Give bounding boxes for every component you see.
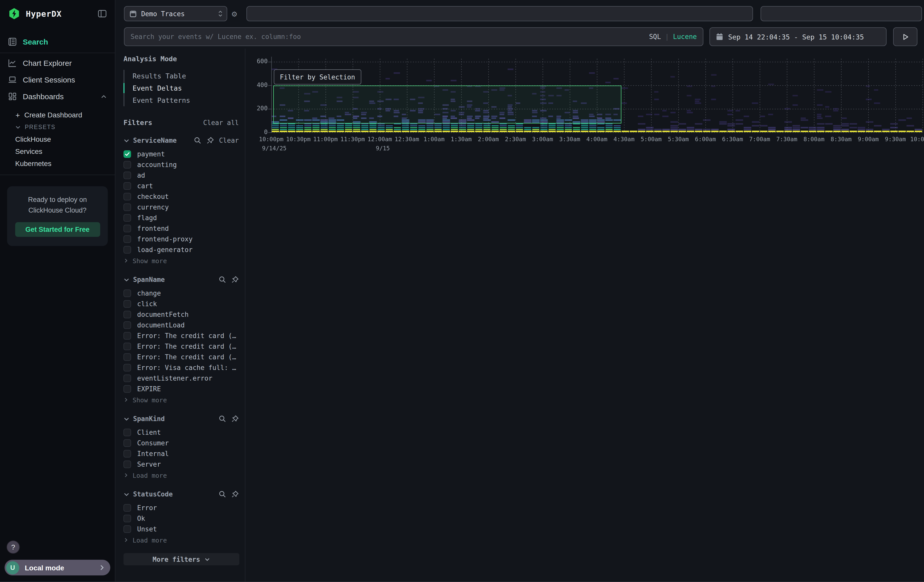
filter-checkbox-item[interactable]: Error: The credit card (…	[124, 341, 239, 352]
filter-checkbox-item[interactable]: flagd	[124, 213, 239, 223]
tab-event-patterns[interactable]: Event Patterns	[124, 94, 239, 106]
sidebar-preset-item[interactable]: Services	[0, 145, 115, 157]
sidebar-preset-item[interactable]: ClickHouse	[0, 133, 115, 145]
search-icon[interactable]	[219, 490, 226, 498]
checkbox[interactable]	[124, 214, 131, 222]
checkbox[interactable]	[124, 439, 131, 447]
filter-checkbox-item[interactable]: Ok	[124, 513, 239, 524]
search-icon[interactable]	[219, 415, 226, 422]
clear-all-button[interactable]: Clear all	[203, 119, 239, 127]
checkbox[interactable]	[124, 300, 131, 308]
filter-checkbox-item[interactable]: Internal	[124, 448, 239, 459]
checkbox[interactable]	[124, 246, 131, 254]
checkbox[interactable]	[124, 460, 131, 468]
filter-checkbox-item[interactable]: documentLoad	[124, 320, 239, 330]
checkbox[interactable]	[124, 374, 131, 382]
checkbox[interactable]	[124, 332, 131, 340]
filter-checkbox-item[interactable]: Client	[124, 427, 239, 438]
pin-icon[interactable]	[231, 490, 239, 498]
presets-toggle[interactable]: PRESETS	[0, 121, 115, 133]
load-more-button[interactable]: Load more	[124, 470, 239, 480]
source-select[interactable]: Demo Traces	[124, 6, 227, 21]
pin-icon[interactable]	[231, 415, 239, 422]
filter-by-selection-button[interactable]: Filter by Selection	[274, 69, 361, 84]
filter-checkbox-item[interactable]: Error	[124, 503, 239, 513]
filter-checkbox-item[interactable]: Consumer	[124, 438, 239, 448]
pin-icon[interactable]	[206, 137, 214, 144]
checkbox[interactable]	[124, 504, 131, 512]
checkbox[interactable]	[124, 171, 131, 179]
filter-checkbox-item[interactable]: load-generator	[124, 244, 239, 255]
checkbox[interactable]	[124, 450, 131, 457]
chart-selection-region[interactable]	[273, 85, 621, 124]
filter-checkbox-item[interactable]: documentFetch	[124, 309, 239, 320]
checkbox[interactable]	[124, 235, 131, 243]
run-query-button[interactable]	[893, 27, 917, 46]
filter-checkbox-item[interactable]: cart	[124, 181, 239, 191]
show-more-button[interactable]: Show more	[124, 256, 239, 266]
sidebar-item-dashboards[interactable]: Dashboards	[0, 88, 115, 105]
user-menu-button[interactable]: U Local mode	[5, 560, 110, 575]
load-more-button[interactable]: Load more	[124, 535, 239, 545]
checkbox[interactable]	[124, 150, 131, 158]
checkbox[interactable]	[124, 322, 131, 329]
help-button[interactable]: ?	[7, 541, 20, 554]
chevron-down-icon[interactable]	[124, 491, 130, 497]
panel-collapse-icon[interactable]	[98, 9, 107, 18]
checkbox[interactable]	[124, 525, 131, 533]
checkbox[interactable]	[124, 343, 131, 350]
filter-checkbox-item[interactable]: Error: The credit card (…	[124, 352, 239, 362]
filter-checkbox-item[interactable]: accounting	[124, 160, 239, 170]
chevron-down-icon[interactable]	[124, 277, 130, 283]
filter-checkbox-item[interactable]: frontend-proxy	[124, 234, 239, 244]
checkbox[interactable]	[124, 385, 131, 393]
filter-checkbox-item[interactable]: change	[124, 288, 239, 298]
filter-checkbox-item[interactable]: Unset	[124, 524, 239, 534]
order-by-editor[interactable]	[761, 6, 922, 21]
checkbox[interactable]	[124, 290, 131, 297]
filter-checkbox-item[interactable]: Server	[124, 459, 239, 470]
filter-checkbox-item[interactable]: click	[124, 298, 239, 309]
checkbox[interactable]	[124, 225, 131, 232]
filter-checkbox-item[interactable]: payment	[124, 149, 239, 160]
sidebar-item-client-sessions[interactable]: Client Sessions	[0, 71, 115, 88]
checkbox[interactable]	[124, 311, 131, 318]
clear-group-button[interactable]: Clear	[219, 137, 239, 144]
checkbox[interactable]	[124, 364, 131, 371]
search-icon[interactable]	[219, 276, 226, 284]
pin-icon[interactable]	[231, 276, 239, 284]
sidebar-item-chart-explorer[interactable]: Chart Explorer	[0, 54, 115, 71]
tab-results-table[interactable]: Results Table	[124, 70, 239, 82]
sidebar-item-search[interactable]: Search	[0, 31, 115, 53]
filter-checkbox-item[interactable]: frontend	[124, 223, 239, 234]
more-filters-button[interactable]: More filters	[124, 553, 239, 565]
sidebar-preset-item[interactable]: Kubernetes	[0, 157, 115, 170]
show-more-button[interactable]: Show more	[124, 395, 239, 405]
gear-icon[interactable]: ⚙	[232, 8, 237, 19]
sql-mode-button[interactable]: SQL	[649, 33, 661, 41]
create-dashboard-button[interactable]: + Create Dashboard	[0, 109, 115, 121]
search-icon[interactable]	[194, 137, 201, 144]
get-started-button[interactable]: Get Started for Free	[15, 222, 100, 237]
filter-checkbox-item[interactable]: checkout	[124, 191, 239, 202]
checkbox[interactable]	[124, 193, 131, 200]
chevron-down-icon[interactable]	[124, 137, 130, 143]
filter-checkbox-item[interactable]: Error: The credit card (…	[124, 330, 239, 341]
tab-event-deltas[interactable]: Event Deltas	[124, 82, 239, 94]
chevron-down-icon[interactable]	[124, 416, 130, 422]
checkbox[interactable]	[124, 203, 131, 211]
checkbox[interactable]	[124, 161, 131, 168]
filter-checkbox-item[interactable]: ad	[124, 170, 239, 181]
filter-checkbox-item[interactable]: Error: Visa cache full: …	[124, 362, 239, 373]
filter-checkbox-item[interactable]: currency	[124, 202, 239, 213]
checkbox[interactable]	[124, 182, 131, 190]
checkbox[interactable]	[124, 353, 131, 361]
sql-select-editor[interactable]	[246, 6, 753, 21]
lucene-mode-button[interactable]: Lucene	[673, 33, 697, 41]
search-input[interactable]	[130, 33, 649, 41]
checkbox[interactable]	[124, 515, 131, 522]
filter-checkbox-item[interactable]: eventListener.error	[124, 373, 239, 384]
date-range-picker[interactable]: Sep 14 22:04:35 - Sep 15 10:04:35	[710, 27, 886, 46]
filter-checkbox-item[interactable]: EXPIRE	[124, 384, 239, 394]
checkbox[interactable]	[124, 429, 131, 436]
